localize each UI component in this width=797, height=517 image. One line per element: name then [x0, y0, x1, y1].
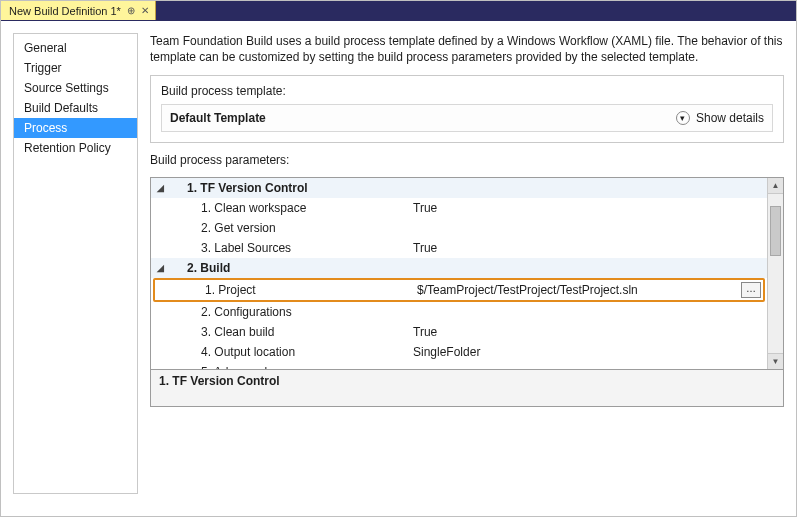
property-row[interactable]: 1. Project$/TeamProject/TestProject/Test…: [155, 280, 763, 300]
selected-property-name: 1. TF Version Control: [159, 374, 280, 388]
close-icon[interactable]: ✕: [141, 5, 149, 16]
template-panel: Build process template: Default Template…: [150, 75, 784, 143]
vertical-scrollbar[interactable]: ▲ ▼: [767, 178, 783, 369]
property-row[interactable]: ▷5. Advanced…: [151, 362, 767, 369]
property-row[interactable]: 2. Get version…: [151, 218, 767, 238]
property-row[interactable]: 4. Output locationSingleFolder…: [151, 342, 767, 362]
params-section-label: Build process parameters:: [150, 153, 784, 167]
property-name: 3. Clean build: [183, 325, 413, 339]
chevron-down-icon: ▾: [676, 111, 690, 125]
tab-well: [156, 1, 796, 20]
property-name: 4. Output location: [183, 345, 413, 359]
property-group[interactable]: ◢1. TF Version Control…: [151, 178, 767, 198]
template-name: Default Template: [170, 111, 266, 125]
property-value[interactable]: True: [413, 201, 739, 215]
category-sidebar: General Trigger Source Settings Build De…: [13, 33, 138, 494]
expander-spacer[interactable]: ◢: [151, 263, 169, 273]
property-name: 1. TF Version Control: [183, 181, 413, 195]
property-row[interactable]: 3. Label SourcesTrue…: [151, 238, 767, 258]
sidebar-item-retention-policy[interactable]: Retention Policy: [14, 138, 137, 158]
property-name: 2. Build: [183, 261, 413, 275]
property-value[interactable]: True: [413, 241, 739, 255]
property-name: 2. Configurations: [183, 305, 413, 319]
sidebar-item-trigger[interactable]: Trigger: [14, 58, 137, 78]
property-row[interactable]: 2. Configurations…: [151, 302, 767, 322]
property-name: 1. Clean workspace: [183, 201, 413, 215]
property-value[interactable]: SingleFolder: [413, 345, 739, 359]
scroll-down-icon[interactable]: ▼: [768, 353, 783, 369]
show-details-label: Show details: [696, 111, 764, 125]
browse-button[interactable]: …: [741, 282, 761, 298]
sidebar-item-process[interactable]: Process: [14, 118, 137, 138]
sidebar-item-general[interactable]: General: [14, 38, 137, 58]
scroll-up-icon[interactable]: ▲: [768, 178, 783, 194]
property-grid-help: 1. TF Version Control: [151, 369, 783, 406]
tab-title: New Build Definition 1*: [9, 5, 121, 17]
property-row[interactable]: 3. Clean buildTrue…: [151, 322, 767, 342]
property-row[interactable]: 1. Clean workspaceTrue…: [151, 198, 767, 218]
expander-spacer[interactable]: ◢: [151, 183, 169, 193]
document-tab-bar: New Build Definition 1* ⊕ ✕: [1, 1, 796, 21]
show-details-button[interactable]: ▾ Show details: [676, 111, 764, 125]
document-tab[interactable]: New Build Definition 1* ⊕ ✕: [1, 1, 156, 20]
sidebar-item-source-settings[interactable]: Source Settings: [14, 78, 137, 98]
property-grid: ◢1. TF Version Control…1. Clean workspac…: [150, 177, 784, 407]
property-value[interactable]: $/TeamProject/TestProject/TestProject.sl…: [417, 283, 735, 297]
sidebar-item-build-defaults[interactable]: Build Defaults: [14, 98, 137, 118]
property-group[interactable]: ◢2. Build…: [151, 258, 767, 278]
scrollbar-thumb[interactable]: [770, 206, 781, 256]
intro-text: Team Foundation Build uses a build proce…: [150, 33, 784, 65]
pin-icon[interactable]: ⊕: [127, 5, 135, 16]
property-value[interactable]: True: [413, 325, 739, 339]
property-name: 3. Label Sources: [183, 241, 413, 255]
property-name: 2. Get version: [183, 221, 413, 235]
property-name: 1. Project: [187, 283, 417, 297]
template-section-label: Build process template:: [161, 84, 773, 98]
